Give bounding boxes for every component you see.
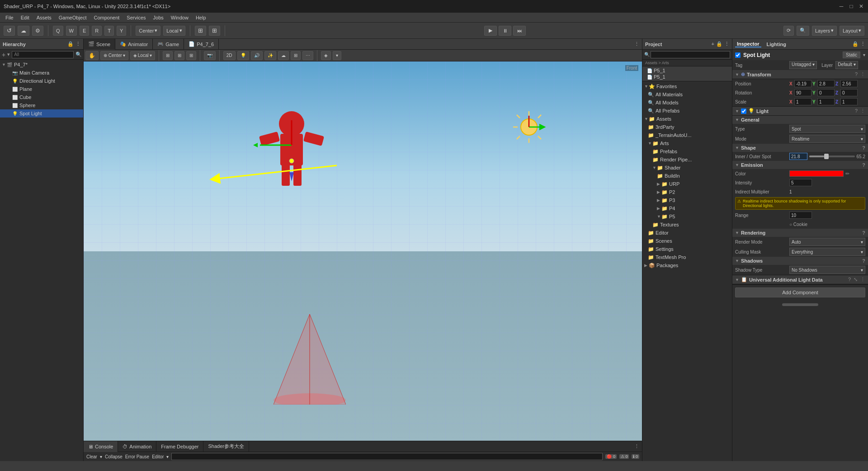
project-item-textures[interactable]: 📁 Textures [642,221,732,229]
hierarchy-item-cube[interactable]: ⬜ Cube [0,93,83,101]
project-item-p2[interactable]: ▶ 📁 P2 [642,188,732,196]
project-item-textmesh[interactable]: 📁 TextMesh Pro [642,253,732,261]
rotation-y-input[interactable] [817,89,835,96]
scene-space-btn[interactable]: ◈ Local ▾ [130,51,155,60]
inspector-scrollbar[interactable] [732,300,868,309]
hierarchy-item-sphere[interactable]: ⬜ Sphere [0,101,83,109]
menu-jobs[interactable]: Jobs [150,13,167,23]
position-x-input[interactable] [794,80,811,87]
clear-arrow[interactable]: ▾ [100,454,102,459]
tag-dropdown[interactable]: Untagged ▾ [789,61,817,69]
light-kebab-icon[interactable]: ⋮ [860,108,865,114]
shape-help-icon[interactable]: ? [862,145,865,151]
light-general-header[interactable]: ▼ General [732,116,868,124]
project-item-scenes[interactable]: 📁 Scenes [642,237,732,245]
hierarchy-item-spot-light[interactable]: 💡 Spot Light [0,109,83,118]
universal-kebab-icon[interactable]: ⋮ [860,277,865,283]
tab-frame-debugger[interactable]: Frame Debugger [156,441,203,452]
p5-file-1[interactable]: 📄 P5_1 [645,67,729,74]
scale-y-input[interactable] [817,98,835,105]
project-item-p4[interactable]: ▶ 📁 P4 [642,204,732,212]
layout-button[interactable]: Layout ▾ [840,26,864,36]
inspector-lock-icon[interactable]: 🔒 [852,41,859,47]
project-search-input[interactable] [651,51,730,58]
project-item-assets[interactable]: ▼ 📁 Assets [642,115,732,123]
error-pause-button[interactable]: Error Pause [125,454,149,459]
collapse-button[interactable]: Collapse [105,454,123,459]
menu-file[interactable]: File [2,13,17,23]
menu-edit[interactable]: Edit [17,13,33,23]
static-button[interactable]: Static [843,52,860,58]
cloud-button[interactable]: ☁ [18,26,29,36]
transform-y[interactable]: Y [117,26,126,36]
object-enabled-checkbox[interactable] [735,52,741,58]
search-button[interactable]: 🔍 [797,26,809,36]
project-item-builtin[interactable]: 📁 BuildIn [642,172,732,180]
tab-scene[interactable]: 🎬 Scene [84,39,115,50]
project-item-shader[interactable]: ▼ 📁 Shader [642,164,732,172]
scene-more-btn[interactable]: ⋯ [302,51,313,60]
scene-fx-btn[interactable]: ✨ [264,51,276,60]
scene-audio-btn[interactable]: 🔊 [251,51,263,60]
hierarchy-search-icon[interactable]: 🔍 [75,52,82,57]
project-item-all-mats[interactable]: 🔍 All Materials [642,90,732,99]
shadows-header[interactable]: ▼ Shadows ? [732,257,868,265]
project-add-icon[interactable]: + [712,41,714,47]
collab-button[interactable]: ⟳ [783,26,794,36]
space-button[interactable]: Local ▾ [163,26,185,36]
project-item-prefabs[interactable]: 📁 Prefabs [642,147,732,155]
position-y-input[interactable] [817,80,835,87]
menu-gameobject[interactable]: GameObject [55,13,90,23]
transform-help-icon[interactable]: ? [855,71,858,77]
scene-gizmo-btn[interactable]: ◈ [321,51,331,60]
project-item-favorites[interactable]: ▼ ⭐ Favorites [642,82,732,90]
project-more-icon[interactable]: ⋮ [724,41,729,47]
maximize-button[interactable]: □ [848,3,854,9]
light-collapse-icon[interactable]: ▼ [735,109,739,113]
editor-button[interactable]: Editor [152,454,164,459]
scene-view-btn[interactable]: ⊞ [175,51,184,60]
layer-dropdown[interactable]: Default ▾ [835,61,858,69]
hierarchy-item-plane[interactable]: ⬜ Plane [0,85,83,93]
rendering-header[interactable]: ▼ Rendering ? [732,229,868,237]
scene-view[interactable]: Front [84,61,642,441]
play-button[interactable]: ▶ [484,26,497,36]
hierarchy-item-main-camera[interactable]: 📷 Main Camera [0,69,83,77]
project-item-render-pipe[interactable]: 📁 Render Pipe... [642,155,732,164]
scale-x-input[interactable] [794,98,811,105]
console-search-input[interactable] [171,453,603,460]
project-item-urp[interactable]: ▶ 📁 URP [642,180,732,188]
inspector-more-icon[interactable]: ⋮ [860,41,865,47]
hierarchy-add-icon[interactable]: + [2,51,5,58]
menu-services[interactable]: Services [123,13,149,23]
light-enabled-checkbox[interactable] [741,108,746,114]
transform-t[interactable]: T [104,26,114,36]
universal-collapse-icon[interactable]: ▼ [735,278,739,282]
scene-overlay-btn[interactable]: ⊞ [291,51,301,60]
settings-button[interactable]: ⚙ [32,26,43,36]
position-z-input[interactable] [840,80,858,87]
scene-hand-tool[interactable]: ✋ [85,51,99,60]
scale-z-input[interactable] [840,98,858,105]
project-item-p3[interactable]: ▶ 📁 P3 [642,196,732,204]
universal-help-icon[interactable]: ? [848,277,851,283]
hierarchy-item-p4_7[interactable]: ▼ 🎬 P4_7* [0,61,83,69]
inner-outer-input[interactable] [789,153,807,160]
inspector-tab[interactable]: Inspector [735,41,761,47]
transform-w[interactable]: W [66,26,77,36]
view-options-button[interactable]: ⊞ [209,26,220,36]
hierarchy-search-input[interactable] [12,51,74,58]
transform-e[interactable]: E [80,26,89,36]
lighting-tab[interactable]: Lighting [765,42,788,47]
close-button[interactable]: ✕ [858,3,864,9]
transform-collapse-icon[interactable]: ▼ [735,72,739,77]
hierarchy-lock-icon[interactable]: 🔒 [67,41,74,47]
scene-2d-btn[interactable]: 2D [223,51,236,60]
project-item-terrain[interactable]: 📁 _TerrainAutoU... [642,131,732,139]
shadow-type-dropdown[interactable]: No Shadows ▾ [789,266,865,274]
color-swatch[interactable] [789,170,844,177]
transform-kebab-icon[interactable]: ⋮ [860,71,865,77]
history-back-button[interactable]: ↺ [4,26,15,36]
static-arrow-icon[interactable]: ▾ [863,52,865,57]
tab-p4_7_6[interactable]: 📄 P4_7_6 [184,39,219,50]
